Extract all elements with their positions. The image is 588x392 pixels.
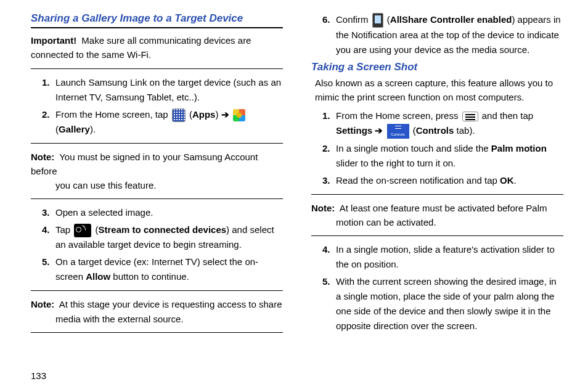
note-text: At this stage your device is requesting …: [59, 299, 282, 309]
section-heading-screenshot: Taking a Screen Shot: [311, 61, 563, 73]
text-fragment: button to continue.: [110, 271, 189, 282]
divider: [31, 332, 283, 333]
menu-icon: [462, 112, 478, 121]
step-text: Open a selected image.: [55, 205, 283, 220]
step-text: In a single motion touch and slide the P…: [336, 141, 563, 171]
apps-icon: [172, 108, 186, 122]
step-number: 2.: [322, 141, 336, 156]
left-column: Sharing a Gallery Image to a Target Devi…: [31, 12, 283, 386]
apps-label: Apps: [192, 109, 216, 120]
divider: [311, 194, 563, 195]
step-item: 1. Launch Samsung Link on the target dev…: [42, 75, 283, 105]
step-item: 4. In a single motion, slide a feature's…: [322, 242, 563, 272]
steps-list: 1. Launch Samsung Link on the target dev…: [31, 75, 283, 137]
text-fragment: slider to the right to turn it on.: [336, 158, 455, 168]
device-icon: [372, 13, 383, 28]
section-heading-sharing: Sharing a Gallery Image to a Target Devi…: [31, 12, 283, 25]
step-number: 1.: [322, 108, 336, 123]
divider: [31, 68, 283, 69]
text-fragment: .: [93, 124, 96, 134]
step-text: From the Home screen, press and then tap…: [336, 108, 563, 139]
gallery-label: Gallery: [59, 124, 90, 134]
text-fragment: From the Home screen, tap: [55, 109, 171, 120]
step-number: 2.: [42, 107, 55, 122]
right-column: 6. Confirm (AllShare Controller enabled)…: [311, 12, 563, 386]
stream-label: Stream to connected devices: [99, 224, 227, 235]
note-text-cont: you can use this feature.: [31, 178, 283, 192]
step-text: From the Home screen, tap (Apps) ➔ (Gall…: [55, 107, 283, 137]
allow-label: Allow: [86, 271, 110, 282]
steps-list: 1. From the Home screen, press and then …: [311, 108, 563, 188]
note-text: You must be signed in to your Samsung Ac…: [31, 152, 258, 176]
divider: [31, 27, 283, 28]
step-text: Tap (Stream to connected devices) and se…: [55, 223, 283, 252]
step-item: 5. On a target device (ex: Internet TV) …: [42, 255, 283, 284]
divider: [31, 143, 283, 144]
settings-label: Settings: [336, 125, 372, 136]
step-item: 4. Tap (Stream to connected devices) and…: [42, 223, 283, 252]
step-item: 1. From the Home screen, press and then …: [322, 108, 563, 139]
step-text: Read the on-screen notification and tap …: [336, 173, 563, 188]
step-item: 5. With the current screen showing the d…: [322, 274, 563, 333]
text-fragment: tab).: [454, 125, 475, 136]
step-number: 4.: [42, 223, 55, 237]
intro-paragraph: Also known as a screen capture, this fea…: [315, 76, 563, 105]
divider: [311, 235, 563, 236]
gallery-icon: [233, 109, 245, 121]
note-block: Note: At least one feature must be activ…: [311, 201, 563, 230]
step-number: 6.: [322, 12, 336, 27]
steps-list: 6. Confirm (AllShare Controller enabled)…: [311, 12, 563, 57]
stream-icon: [74, 224, 91, 237]
controls-icon: [387, 124, 409, 139]
step-text: Launch Samsung Link on the target device…: [55, 75, 283, 105]
text-fragment: From the Home screen, press: [336, 110, 461, 121]
step-text: In a single motion, slide a feature's ac…: [336, 242, 563, 272]
step-text: With the current screen showing the desi…: [336, 274, 563, 333]
step-number: 5.: [42, 255, 55, 269]
text-fragment: In a single motion touch and slide the: [336, 143, 491, 153]
steps-list: 4. In a single motion, slide a feature's…: [311, 242, 563, 333]
ok-label: OK: [500, 175, 514, 186]
step-text: Confirm (AllShare Controller enabled) ap…: [336, 12, 563, 57]
important-label: Important!: [31, 35, 76, 46]
step-text: On a target device (ex: Internet TV) sel…: [55, 255, 283, 284]
step-item: 2. From the Home screen, tap (Apps) ➔ (G…: [42, 107, 283, 137]
step-number: 3.: [322, 173, 336, 188]
divider: [31, 198, 283, 199]
step-number: 1.: [42, 75, 55, 90]
step-item: 6. Confirm (AllShare Controller enabled)…: [322, 12, 563, 57]
text-fragment: and then tap: [482, 110, 533, 121]
allshare-label: AllShare Controller enabled: [390, 14, 512, 25]
palm-motion-label: Palm motion: [491, 143, 547, 153]
step-item: 3. Read the on-screen notification and t…: [322, 173, 563, 188]
page-number: 133: [31, 370, 46, 381]
note-block: Note: At this stage your device is reque…: [31, 297, 283, 326]
note-text-cont: motion can be activated.: [311, 215, 563, 229]
text-fragment: Read the on-screen notification and tap: [336, 175, 500, 186]
note-text: At least one feature must be activated b…: [340, 203, 547, 213]
divider: [31, 290, 283, 291]
step-item: 3. Open a selected image.: [42, 205, 283, 220]
step-number: 4.: [322, 242, 336, 257]
note-block: Note: You must be signed in to your Sams…: [31, 150, 283, 193]
arrow-icon: ➔: [372, 125, 385, 136]
steps-list: 3. Open a selected image. 4. Tap (Stream…: [31, 205, 283, 284]
arrow-icon: ➔: [218, 109, 231, 120]
note-label: Note:: [31, 299, 54, 309]
controls-label: Controls: [416, 125, 454, 136]
text-fragment: Confirm: [336, 14, 371, 25]
note-text-cont: media with the external source.: [31, 312, 283, 326]
text-fragment: .: [514, 175, 517, 186]
important-block: Important! Make sure all communicating d…: [31, 33, 283, 62]
text-fragment: Tap: [55, 224, 73, 235]
step-number: 5.: [322, 274, 336, 289]
step-number: 3.: [42, 205, 55, 220]
note-label: Note:: [311, 203, 335, 213]
step-item: 2. In a single motion touch and slide th…: [322, 141, 563, 171]
note-label: Note:: [31, 152, 54, 162]
